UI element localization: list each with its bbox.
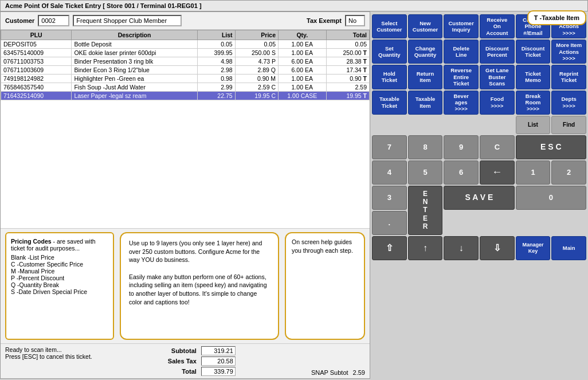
subtotal-value: 319.21	[201, 346, 236, 355]
taxable-tooltip: T -Taxable Item	[527, 10, 586, 25]
select-customer-button[interactable]: SelectCustomer	[372, 14, 407, 38]
table-row[interactable]: 076711003753 Binder Presentation 3 ring …	[1, 57, 370, 66]
tooltip-box: Use up to 9 layers (you only see 1 layer…	[120, 232, 279, 340]
beverages-button[interactable]: Beverages>>>>	[444, 91, 479, 115]
table-row[interactable]: 076711003609 Binder Econ 3 Ring 1/2"blue…	[1, 66, 370, 75]
return-item-button[interactable]: ReturnItem	[408, 65, 443, 89]
col-header-plu: PLU	[1, 30, 72, 40]
taxable-item-button[interactable]: TaxableItem	[408, 91, 443, 115]
table-row[interactable]: 716432514090 Laser Paper -legal sz ream …	[1, 92, 370, 100]
table-row[interactable]: 765846357540 Fish Soup -Just Add Water 2…	[1, 83, 370, 92]
on-screen-help-text: On screen help guides you through each s…	[292, 238, 353, 254]
arrow-up-button[interactable]: ↑	[408, 236, 443, 260]
table-row[interactable]: 749198124982 Highlighter Pen -Green ea 0…	[1, 75, 370, 83]
backspace-button[interactable]: ←	[480, 160, 515, 185]
snap-value: 2.59	[353, 369, 365, 376]
table-row[interactable]: 634575140009 OKE dokie laser printer 600…	[1, 49, 370, 57]
depts-button[interactable]: Depts>>>>	[551, 91, 586, 115]
enter-button[interactable]: ENTER	[408, 186, 443, 235]
pricing-code-item: Q -Quantity Break	[11, 281, 108, 288]
more-item-actions-button[interactable]: More ItemActions>>>>	[551, 40, 586, 64]
break-room-button[interactable]: BreakRoom>>>>	[516, 91, 551, 115]
col-header-price: Price	[235, 30, 278, 40]
col-header-qty: Qty.	[278, 30, 326, 40]
pricing-title: Pricing Codes	[11, 238, 52, 245]
tax-exempt-label: Tax Exempt	[307, 17, 342, 24]
subtotal-label: Subtotal	[171, 347, 197, 354]
num-6-button[interactable]: 6	[444, 160, 479, 185]
title-bar: Acme Point Of Sale Ticket Entry [ Store …	[0, 0, 588, 11]
save-button[interactable]: S A V E	[444, 186, 514, 210]
num-9-button[interactable]: 9	[444, 135, 479, 159]
num-1-button[interactable]: 1	[516, 160, 551, 185]
get-lane-buster-button[interactable]: Get LaneBusterScans	[480, 65, 515, 89]
total-value: 339.79	[201, 367, 236, 376]
esc-button[interactable]: E S C	[516, 135, 586, 159]
pricing-code-item: Blank -List Price	[11, 254, 108, 261]
arrow-double-up-button[interactable]: ⇧	[372, 236, 407, 260]
num-4-button[interactable]: 4	[372, 160, 407, 185]
pricing-code-item: S -Date Driven Special Price	[11, 288, 108, 295]
num-dot-button[interactable]: .	[372, 211, 407, 235]
pricing-code-item: M -Manual Price	[11, 268, 108, 275]
on-screen-help-box: On screen help guides you through each s…	[285, 232, 365, 340]
num-c-button[interactable]: C	[480, 135, 515, 159]
ticket-memo-button[interactable]: TicketMemo	[516, 65, 551, 89]
table-row[interactable]: DEPOSIT05 Bottle Deposit 0.05 0.05 1.00 …	[1, 40, 370, 49]
col-header-total: Total	[326, 30, 369, 40]
hold-ticket-button[interactable]: HoldTicket	[372, 65, 407, 89]
num-5-button[interactable]: 5	[408, 160, 443, 185]
sales-tax-value: 20.58	[201, 357, 236, 366]
new-customer-button[interactable]: NewCustomer	[408, 14, 443, 38]
customer-inquiry-button[interactable]: CustomerInquiry	[444, 14, 479, 38]
delete-line-button[interactable]: DeleteLine	[444, 40, 479, 64]
arrow-double-down-button[interactable]: ⇩	[480, 236, 515, 260]
customer-label: Customer	[5, 17, 34, 24]
find-button[interactable]: Find	[551, 116, 586, 134]
reprint-ticket-button[interactable]: ReprintTicket	[551, 65, 586, 89]
change-quantity-button[interactable]: ChangeQuantity	[408, 40, 443, 64]
status-text-2: Press [ESC] to cancel this ticket.	[5, 353, 92, 360]
col-header-list: List	[197, 30, 235, 40]
set-quantity-button[interactable]: SetQuantity	[372, 40, 407, 64]
num-0-button[interactable]: 0	[516, 186, 586, 210]
arrow-down-button[interactable]: ↓	[444, 236, 479, 260]
tax-exempt-input[interactable]	[345, 15, 365, 26]
num-7-button[interactable]: 7	[372, 135, 407, 159]
main-button[interactable]: Main	[551, 236, 586, 260]
pricing-code-item: P -Percent Discount	[11, 275, 108, 281]
pricing-codes-box: Pricing Codes - are saved with ticket fo…	[5, 232, 114, 340]
col-header-desc: Description	[72, 30, 197, 40]
total-label: Total	[182, 368, 196, 375]
customer-id-input[interactable]	[38, 15, 69, 26]
discount-ticket-button[interactable]: DiscountTicket	[516, 40, 551, 64]
right-panel: T -Taxable Item SelectCustomerNewCustome…	[370, 11, 588, 379]
taxable-ticket-button[interactable]: TaxableTicket	[372, 91, 407, 115]
snap-label: SNAP Subtot	[311, 369, 348, 376]
list-button[interactable]: List	[516, 116, 551, 134]
num-8-button[interactable]: 8	[408, 135, 443, 159]
food-button[interactable]: Food>>>>	[480, 91, 515, 115]
status-text-1: Ready to scan item...	[5, 346, 92, 353]
reverse-entire-ticket-button[interactable]: ReverseEntireTicket	[444, 65, 479, 89]
num-2-button[interactable]: 2	[551, 160, 586, 185]
num-3-button[interactable]: 3	[372, 186, 407, 210]
manager-key-button[interactable]: ManagerKey	[516, 236, 551, 260]
pricing-code-item: C -Customer Specific Price	[11, 261, 108, 268]
receive-on-account-button[interactable]: ReceiveOnAccount	[480, 14, 515, 38]
tooltip-text: Use up to 9 layers (you only see 1 layer…	[129, 240, 266, 305]
discount-percent-button[interactable]: DiscountPercent	[480, 40, 515, 64]
customer-name-input[interactable]	[73, 15, 182, 26]
sales-tax-label: Sales Tax	[168, 358, 197, 365]
